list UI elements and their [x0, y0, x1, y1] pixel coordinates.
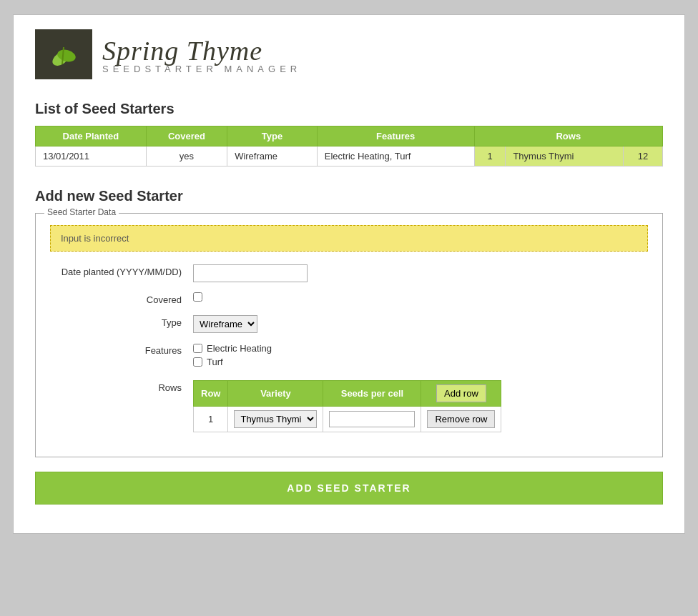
- covered-checkbox[interactable]: [193, 292, 202, 302]
- rows-sub-table: Row Variety Seeds per cell Add row 1: [193, 380, 501, 432]
- col-date-planted: Date Planted: [36, 126, 147, 146]
- cell-row-seeds: 12: [623, 146, 662, 167]
- add-seed-starter-button[interactable]: ADD SEED STARTER: [272, 480, 425, 497]
- date-planted-label: Date planted (YYYY/MM/DD): [50, 264, 193, 277]
- feature-electric-checkbox[interactable]: [193, 344, 202, 353]
- logo-box: [35, 29, 92, 79]
- remove-row-button[interactable]: Remove row: [427, 410, 495, 428]
- date-planted-control: [193, 264, 648, 282]
- features-label: Features: [50, 343, 193, 356]
- cell-row-variety: Thymus Thymi: [506, 146, 624, 167]
- submit-area: ADD SEED STARTER: [35, 472, 663, 505]
- rows-col-row: Row: [194, 381, 228, 407]
- sub-row-remove: Remove row: [421, 407, 501, 432]
- cell-row-number: 1: [474, 146, 506, 167]
- col-rows: Rows: [474, 126, 662, 146]
- col-features: Features: [317, 126, 474, 146]
- list-heading: List of Seed Starters: [35, 101, 663, 117]
- table-row: 13/01/2011 yes Wireframe Electric Heatin…: [36, 146, 663, 167]
- type-select[interactable]: Wireframe Plastic Foam: [193, 315, 257, 333]
- seed-starters-table: Date Planted Covered Type Features Rows …: [35, 126, 663, 167]
- type-row: Type Wireframe Plastic Foam: [50, 315, 648, 333]
- form-heading: Add new Seed Starter: [35, 188, 663, 204]
- rows-col-action: Add row: [421, 381, 501, 407]
- sub-row-seeds: [323, 407, 421, 432]
- rows-label: Rows: [50, 380, 193, 393]
- date-planted-input[interactable]: [193, 264, 308, 282]
- variety-select[interactable]: Thymus Thymi Basil Rosemary Mint: [234, 410, 317, 428]
- cell-type: Wireframe: [227, 146, 318, 167]
- covered-row: Covered: [50, 292, 648, 305]
- header: Spring Thyme SEEDSTARTER MANAGER: [35, 29, 663, 79]
- fieldset-box: Seed Starter Data Input is incorrect Dat…: [35, 213, 663, 457]
- feature-turf-label: Turf: [207, 357, 223, 367]
- logo-text: Spring Thyme SEEDSTARTER MANAGER: [102, 35, 301, 74]
- rows-col-variety: Variety: [228, 381, 323, 407]
- cell-date: 13/01/2011: [36, 146, 147, 167]
- add-row-button[interactable]: Add row: [436, 384, 486, 402]
- cell-features: Electric Heating, Turf: [317, 146, 474, 167]
- app-subtitle: SEEDSTARTER MANAGER: [102, 64, 301, 74]
- features-control: Electric Heating Turf: [193, 343, 648, 370]
- sub-row-number: 1: [194, 407, 228, 432]
- logo-leaf-icon: [46, 37, 81, 71]
- error-text: Input is incorrect: [61, 233, 129, 244]
- col-covered: Covered: [146, 126, 227, 146]
- cell-covered: yes: [146, 146, 227, 167]
- page-wrapper: Spring Thyme SEEDSTARTER MANAGER List of…: [13, 14, 685, 534]
- rows-row: Rows Row Variety Seeds per cell Add row: [50, 380, 648, 432]
- rows-col-seeds: Seeds per cell: [323, 381, 421, 407]
- seeds-per-cell-input[interactable]: [329, 411, 415, 427]
- rows-control: Row Variety Seeds per cell Add row 1: [193, 380, 648, 432]
- col-type: Type: [227, 126, 318, 146]
- sub-row-variety: Thymus Thymi Basil Rosemary Mint: [228, 407, 323, 432]
- feature-turf-checkbox[interactable]: [193, 357, 202, 367]
- rows-sub-table-row: 1 Thymus Thymi Basil Rosemary Mint: [194, 407, 501, 432]
- covered-control: [193, 292, 648, 304]
- date-planted-row: Date planted (YYYY/MM/DD): [50, 264, 648, 282]
- features-row: Features Electric Heating Turf: [50, 343, 648, 370]
- feature-electric-label: Electric Heating: [207, 343, 272, 354]
- feature-electric-row: Electric Heating: [193, 343, 648, 354]
- feature-turf-row: Turf: [193, 357, 648, 367]
- fieldset-legend: Seed Starter Data: [44, 207, 119, 217]
- error-message-box: Input is incorrect: [50, 225, 648, 252]
- covered-label: Covered: [50, 292, 193, 305]
- type-label: Type: [50, 315, 193, 328]
- type-control: Wireframe Plastic Foam: [193, 315, 648, 333]
- app-title: Spring Thyme: [102, 35, 301, 66]
